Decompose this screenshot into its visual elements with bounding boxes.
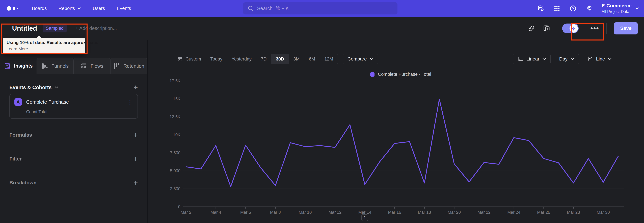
range-7d[interactable]: 7D bbox=[256, 54, 271, 64]
chart-panel: CustomTodayYesterday7D30D3M6M12M Compare… bbox=[148, 40, 644, 223]
content-area: InsightsFunnelsFlowsRetention Events & C… bbox=[0, 40, 644, 223]
nav-item-users[interactable]: Users bbox=[93, 6, 105, 11]
more-options-button[interactable]: ••• bbox=[590, 27, 599, 30]
add-event-button[interactable]: + bbox=[133, 85, 138, 90]
range-yesterday[interactable]: Yesterday bbox=[227, 54, 256, 64]
search-input[interactable] bbox=[257, 6, 394, 11]
tab-funnels[interactable]: Funnels bbox=[36, 58, 74, 74]
pagination-page-1[interactable]: 1 bbox=[362, 214, 368, 221]
learn-more-link[interactable]: Learn More bbox=[6, 47, 28, 51]
x-tick-label: Mar 6 bbox=[240, 210, 251, 214]
report-tabs: InsightsFunnelsFlowsRetention bbox=[0, 58, 147, 74]
range-today[interactable]: Today bbox=[206, 54, 227, 64]
interval-dropdown[interactable]: Day bbox=[554, 54, 579, 64]
range-custom[interactable]: Custom bbox=[173, 54, 206, 64]
scale-dropdown[interactable]: Linear bbox=[513, 54, 550, 64]
event-letter-badge: A bbox=[14, 98, 22, 106]
y-tick-label: 5,000 bbox=[170, 168, 180, 173]
x-tick-label: Mar 4 bbox=[210, 210, 221, 214]
sampling-toggle[interactable] bbox=[562, 24, 578, 33]
add-to-board-icon[interactable] bbox=[543, 25, 550, 32]
y-tick-label: 17.5K bbox=[170, 78, 180, 83]
y-tick-label: 15K bbox=[173, 96, 180, 101]
tab-label: Flows bbox=[90, 63, 103, 69]
range-30d[interactable]: 30D bbox=[271, 54, 289, 64]
compare-dropdown[interactable]: Compare bbox=[343, 54, 378, 64]
apps-grid-icon[interactable] bbox=[553, 5, 561, 12]
save-button[interactable]: Save bbox=[614, 22, 638, 34]
section-label: Formulas bbox=[10, 132, 32, 138]
chevron-down-icon bbox=[608, 58, 612, 60]
report-title[interactable]: Untitled bbox=[12, 25, 37, 32]
x-tick-label: Mar 20 bbox=[448, 210, 461, 214]
search-icon bbox=[247, 5, 254, 12]
nav-item-label: Users bbox=[93, 6, 105, 11]
series-line-complete-purchase[interactable] bbox=[186, 99, 618, 186]
search-bar[interactable] bbox=[243, 2, 398, 15]
settings-gear-icon[interactable] bbox=[586, 5, 593, 12]
report-toolbar: Untitled Sampled + Add description... ••… bbox=[0, 17, 644, 40]
y-tick-label: 0 bbox=[178, 204, 180, 209]
query-sidebar: InsightsFunnelsFlowsRetention Events & C… bbox=[0, 40, 148, 223]
linear-axis-icon bbox=[518, 56, 523, 62]
project-name: E-Commerce bbox=[602, 3, 632, 9]
nav-item-label: Events bbox=[117, 6, 131, 11]
add-breakdown-button[interactable]: + bbox=[133, 180, 138, 185]
nav-item-label: Reports bbox=[58, 6, 75, 11]
nav-item-label: Boards bbox=[32, 6, 47, 11]
chevron-down-icon bbox=[635, 7, 639, 10]
project-switcher[interactable]: E-Commerce All Project Data bbox=[602, 3, 639, 14]
tab-label: Retention bbox=[124, 63, 144, 69]
nav-right-cluster: E-Commerce All Project Data bbox=[537, 0, 639, 17]
chart-controls: CustomTodayYesterday7D30D3M6M12M Compare… bbox=[173, 54, 616, 64]
nav-item-reports[interactable]: Reports bbox=[58, 6, 81, 11]
x-tick-label: Mar 28 bbox=[567, 210, 580, 214]
x-tick-label: Mar 8 bbox=[270, 210, 281, 214]
project-scope: All Project Data bbox=[602, 9, 632, 14]
nav-item-boards[interactable]: Boards bbox=[32, 6, 47, 11]
funnels-tab-icon bbox=[41, 63, 48, 69]
x-tick-label: Mar 16 bbox=[388, 210, 401, 214]
events-cohorts-header[interactable]: Events & Cohorts bbox=[10, 84, 58, 90]
tooltip-message: Using 10% of data. Results are approxima… bbox=[6, 40, 81, 45]
section-label: Filter bbox=[10, 156, 22, 162]
sampling-tooltip: Using 10% of data. Results are approxima… bbox=[3, 38, 85, 54]
line-chart[interactable]: 02,5005,0007,50010K12.5K15K17.5KMar 2Mar… bbox=[148, 74, 644, 223]
add-description-button[interactable]: + Add description... bbox=[75, 26, 117, 31]
x-tick-label: Mar 26 bbox=[537, 210, 550, 214]
tab-insights[interactable]: Insights bbox=[0, 58, 36, 74]
event-metric[interactable]: Count Total bbox=[26, 109, 133, 114]
chevron-down-icon bbox=[77, 7, 81, 10]
sidebar-sections: Formulas+Filter+Breakdown+ bbox=[10, 132, 138, 185]
x-tick-label: Mar 22 bbox=[478, 210, 490, 214]
tab-flows[interactable]: Flows bbox=[74, 58, 110, 74]
y-tick-label: 2,500 bbox=[170, 186, 180, 191]
sidebar-section-filter: Filter+ bbox=[10, 156, 138, 162]
sampled-badge[interactable]: Sampled bbox=[43, 24, 67, 32]
range-label: 30D bbox=[276, 56, 284, 62]
range-6m[interactable]: 6M bbox=[304, 54, 320, 64]
range-3m[interactable]: 3M bbox=[289, 54, 304, 64]
help-icon[interactable] bbox=[569, 5, 577, 12]
date-range-segmented: CustomTodayYesterday7D30D3M6M12M bbox=[173, 54, 338, 64]
chevron-down-icon bbox=[570, 58, 574, 60]
section-label: Breakdown bbox=[10, 180, 36, 185]
add-filter-button[interactable]: + bbox=[133, 156, 138, 161]
add-formulas-button[interactable]: + bbox=[133, 133, 138, 138]
calendar-icon bbox=[178, 56, 183, 62]
chart-type-dropdown[interactable]: Line bbox=[583, 54, 616, 64]
line-chart-icon bbox=[587, 56, 593, 62]
event-row-card[interactable]: A Complete Purchase ⋮ Count Total bbox=[10, 94, 138, 119]
nav-item-events[interactable]: Events bbox=[117, 6, 131, 11]
y-tick-label: 7,500 bbox=[170, 150, 180, 155]
toolbar-divider bbox=[606, 23, 607, 34]
lightning-bolt-icon bbox=[571, 26, 576, 31]
event-options-kebab-icon[interactable]: ⋮ bbox=[127, 100, 133, 104]
y-tick-label: 12.5K bbox=[170, 115, 180, 119]
event-name[interactable]: Complete Purchase bbox=[26, 99, 127, 105]
tab-retention[interactable]: Retention bbox=[110, 58, 147, 74]
mixpanel-logo-icon[interactable] bbox=[7, 6, 22, 11]
copy-link-icon[interactable] bbox=[528, 25, 535, 32]
range-12m[interactable]: 12M bbox=[320, 54, 338, 64]
data-management-icon[interactable] bbox=[537, 5, 544, 12]
